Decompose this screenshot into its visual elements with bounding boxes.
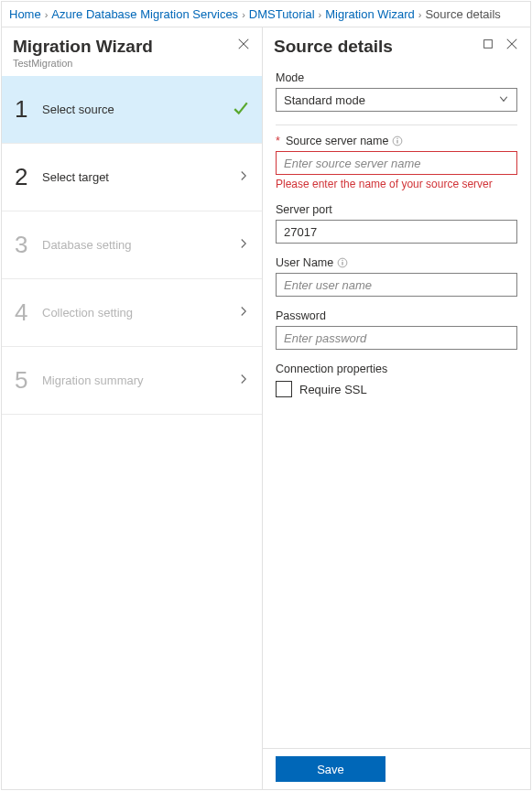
details-title: Source details	[274, 37, 393, 57]
chevron-right-icon	[238, 374, 249, 387]
svg-rect-10	[342, 260, 343, 261]
server-port-label: Server port	[276, 203, 517, 216]
user-name-input[interactable]	[276, 273, 517, 297]
step-number: 2	[15, 163, 42, 191]
step-label: Select source	[42, 103, 233, 116]
breadcrumb-adms[interactable]: Azure Database Migration Services	[51, 7, 238, 21]
chevron-right-icon	[238, 306, 249, 320]
require-ssl-label: Require SSL	[299, 383, 367, 396]
step-label: Collection setting	[42, 306, 238, 320]
info-icon[interactable]	[337, 257, 348, 268]
step-number: 1	[15, 95, 42, 124]
source-server-label: Source server name	[286, 135, 389, 147]
wizard-step-select-source[interactable]: 1 Select source	[2, 76, 262, 144]
svg-rect-2	[484, 40, 493, 49]
wizard-step-select-target[interactable]: 2 Select target	[2, 144, 262, 211]
step-number: 3	[15, 231, 42, 259]
wizard-pane: Migration Wizard TestMigration 1 Select …	[2, 27, 263, 789]
restore-icon[interactable]	[481, 37, 495, 51]
step-label: Select target	[42, 170, 238, 184]
chevron-right-icon: ›	[418, 9, 422, 20]
divider	[276, 125, 517, 125]
mode-value: Standard mode	[284, 93, 365, 107]
wizard-subtitle: TestMigration	[13, 58, 153, 69]
step-label: Database setting	[42, 238, 238, 252]
password-label: Password	[276, 309, 517, 322]
chevron-right-icon: ›	[242, 9, 245, 20]
save-button[interactable]: Save	[276, 756, 385, 782]
step-label: Migration summary	[42, 374, 238, 387]
chevron-right-icon: ›	[319, 9, 322, 20]
mode-label: Mode	[276, 71, 517, 84]
chevron-right-icon	[238, 238, 249, 252]
wizard-step-migration-summary[interactable]: 5 Migration summary	[2, 347, 262, 415]
chevron-right-icon	[238, 170, 249, 184]
details-footer: Save	[263, 748, 530, 789]
mode-select[interactable]: Standard mode	[276, 88, 517, 112]
breadcrumb-migration-wizard[interactable]: Migration Wizard	[325, 7, 415, 21]
breadcrumb-dmstutorial[interactable]: DMSTutorial	[249, 7, 315, 21]
source-server-input[interactable]	[276, 151, 517, 175]
step-number: 4	[15, 298, 42, 327]
svg-rect-7	[397, 138, 398, 139]
breadcrumb-home[interactable]: Home	[9, 7, 41, 21]
step-number: 5	[15, 366, 42, 395]
wizard-step-database-setting[interactable]: 3 Database setting	[2, 211, 262, 279]
wizard-steps: 1 Select source 2 Select target 3 Databa…	[2, 76, 262, 415]
close-icon[interactable]	[236, 37, 251, 51]
wizard-title: Migration Wizard	[13, 37, 153, 57]
details-pane: Source details Mode Standard mode	[263, 27, 530, 789]
info-icon[interactable]	[392, 135, 403, 146]
connection-properties-label: Connection properties	[276, 363, 517, 375]
required-icon: *	[276, 135, 280, 147]
svg-rect-6	[397, 140, 398, 144]
check-icon	[233, 100, 249, 119]
server-port-input[interactable]	[276, 220, 517, 244]
password-input[interactable]	[276, 326, 517, 350]
breadcrumb-current: Source details	[425, 7, 500, 21]
user-name-label: User Name	[276, 256, 333, 269]
close-icon[interactable]	[505, 37, 519, 51]
source-server-error: Please enter the name of your source ser…	[276, 178, 517, 190]
wizard-step-collection-setting[interactable]: 4 Collection setting	[2, 279, 262, 347]
chevron-right-icon: ›	[45, 9, 49, 20]
require-ssl-checkbox[interactable]	[276, 381, 292, 397]
chevron-down-icon	[498, 93, 509, 107]
breadcrumb: Home › Azure Database Migration Services…	[2, 2, 530, 27]
svg-rect-9	[342, 262, 343, 265]
